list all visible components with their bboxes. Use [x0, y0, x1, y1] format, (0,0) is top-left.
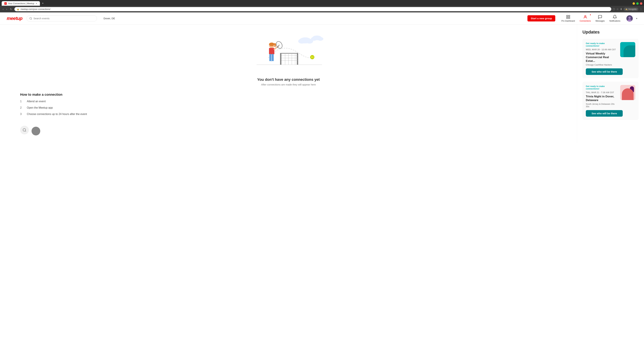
teal-image: [620, 42, 635, 57]
nav-item-pro-dashboard[interactable]: Pro Dashboard: [561, 15, 575, 22]
svg-rect-11: [280, 53, 282, 65]
update-card-2-tag: Get ready to make connections!: [586, 85, 618, 90]
step-3-text: Choose connections up to 24 hours after …: [27, 113, 87, 116]
step-3-num: 3: [20, 113, 24, 116]
messages-label: Messages: [596, 20, 605, 22]
search-input[interactable]: [33, 17, 94, 20]
tab-bar: m Your Connections | Meetup ✕ +: [0, 0, 644, 6]
svg-rect-12: [297, 53, 298, 65]
step-3: 3 Choose connections up to 24 hours afte…: [20, 113, 87, 116]
svg-line-42: [25, 131, 26, 132]
start-group-button[interactable]: Start a new group: [528, 15, 556, 21]
pro-dashboard-label: Pro Dashboard: [561, 20, 575, 22]
svg-point-36: [298, 39, 306, 43]
lock-icon: 🔒: [17, 8, 19, 10]
connections-illustration: [248, 31, 329, 71]
incognito-label: Incognito: [628, 8, 636, 10]
maximize-button[interactable]: [636, 2, 639, 5]
update-card-1-inner: Get ready to make connections! WED, MAR …: [586, 42, 635, 66]
navbar: meetup Dover, DE Start a new group Pro D…: [0, 12, 644, 24]
no-connections-title: You don't have any connections yet: [257, 77, 320, 82]
active-tab[interactable]: m Your Connections | Meetup ✕: [2, 1, 40, 6]
nav-item-notifications[interactable]: Notifications: [610, 15, 620, 22]
svg-rect-5: [568, 17, 570, 18]
download-icon[interactable]: ⬇: [620, 7, 622, 11]
see-who-button-2[interactable]: See who will be there: [586, 110, 623, 117]
updates-title: Updates: [582, 29, 639, 35]
url-text: meetup.com/your-connections/: [21, 8, 50, 10]
tab-title: Your Connections | Meetup: [8, 2, 34, 5]
update-card-2-inner: Get ready to make connections! THU, MAR …: [586, 85, 635, 108]
search-bar[interactable]: [26, 15, 97, 21]
svg-rect-13: [280, 53, 298, 54]
avatar-image: [626, 15, 633, 22]
step-1-text: Attend an event: [27, 100, 46, 103]
update-card-1-image: [620, 42, 635, 57]
pink-image: [620, 85, 635, 100]
svg-point-0: [30, 17, 32, 19]
tab-close-button[interactable]: ✕: [36, 2, 37, 5]
update-card-2-group: South Jersey & Delaware 20s 30s: [586, 103, 618, 108]
forward-button[interactable]: ›: [5, 7, 8, 11]
no-connections-subtitle: After connections are made they will app…: [261, 83, 316, 86]
nav-icons: Pro Dashboard Connections Messages Notif…: [561, 15, 637, 22]
update-card-1-date: WED, MAR 20 · 12:00 AM CST: [586, 48, 618, 51]
update-card-2-name: Trivia Night in Dover, Delaware: [586, 95, 618, 102]
minimize-button[interactable]: [632, 2, 635, 5]
update-card-1-text: Get ready to make connections! WED, MAR …: [586, 42, 618, 66]
new-tab-button[interactable]: +: [40, 1, 45, 6]
address-bar-row: ‹ › ↻ 🔒 meetup.com/your-connections/ ⬡ ☆…: [0, 6, 644, 12]
illustration-area: [248, 31, 329, 72]
svg-point-8: [628, 16, 631, 19]
close-button[interactable]: [640, 2, 642, 5]
update-card-1-tag: Get ready to make connections!: [586, 42, 618, 47]
address-bar[interactable]: 🔒 meetup.com/your-connections/: [14, 7, 612, 11]
bookmark-icon[interactable]: ☆: [616, 7, 619, 11]
step-2: 2 Open the Meetup app: [20, 106, 87, 109]
step-1: 1 Attend an event: [20, 100, 87, 103]
incognito-icon: 🕵: [625, 8, 628, 10]
meetup-logo[interactable]: meetup: [7, 16, 22, 21]
dashboard-icon: [566, 15, 570, 19]
right-panel: Updates Get ready to make connections! W…: [577, 24, 644, 143]
update-card-2: Get ready to make connections! THU, MAR …: [582, 82, 639, 120]
svg-rect-3: [568, 15, 570, 16]
svg-rect-32: [272, 54, 274, 62]
user-avatar[interactable]: [626, 15, 633, 22]
svg-rect-2: [566, 15, 568, 16]
svg-rect-4: [566, 17, 568, 18]
menu-icon[interactable]: ⋮: [640, 7, 642, 11]
bell-icon: [613, 15, 617, 19]
svg-point-39: [311, 37, 317, 41]
svg-point-40: [317, 37, 323, 41]
svg-point-21: [310, 55, 314, 59]
step-2-num: 2: [20, 106, 24, 109]
chrome-right-actions: ⬡ ☆ ⬇ 🕵 Incognito ⋮: [613, 7, 642, 11]
back-button[interactable]: ‹: [2, 7, 4, 11]
nav-item-connections[interactable]: Connections: [580, 15, 591, 22]
nav-item-messages[interactable]: Messages: [596, 15, 605, 22]
svg-rect-24: [270, 44, 273, 46]
svg-point-34: [271, 61, 274, 63]
svg-rect-31: [269, 54, 271, 62]
svg-point-41: [23, 129, 26, 131]
connections-badge: [590, 14, 591, 15]
search-icon-bottom: [22, 128, 26, 132]
left-panel: You don't have any connections yet After…: [0, 24, 577, 143]
steps-list: 1 Attend an event 2 Open the Meetup app …: [20, 100, 87, 119]
bottom-row: [20, 119, 40, 136]
search-bottom-icon: [20, 126, 29, 134]
see-who-button-1[interactable]: See who will be there: [586, 68, 623, 75]
location-text: Dover, DE: [104, 17, 115, 20]
pink-shape: [622, 88, 634, 100]
chevron-down-icon[interactable]: ▾: [636, 17, 637, 20]
teal-shape: [624, 45, 635, 57]
update-card-1-group: Chicago Cashflow Hackers: [586, 63, 618, 66]
update-card-2-image: [620, 85, 635, 100]
step-1-num: 1: [20, 100, 24, 103]
person-icon: [583, 15, 588, 19]
nav-controls: ‹ › ↻: [2, 7, 13, 11]
how-to-title: How to make a connection: [20, 93, 62, 96]
reload-button[interactable]: ↻: [9, 7, 13, 11]
extensions-icon[interactable]: ⬡: [613, 7, 615, 11]
